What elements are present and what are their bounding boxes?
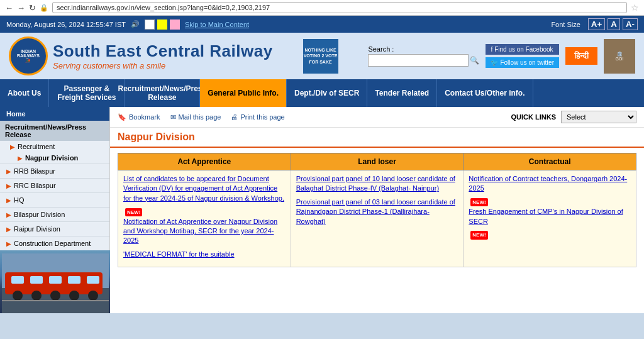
quick-links: QUICK LINKS Select (511, 111, 637, 123)
nav-contact[interactable]: Contact Us/Other info. (437, 79, 533, 107)
bookmark-icon[interactable]: ☆ (631, 3, 639, 13)
sidebar-item-rrb-bilaspur[interactable]: ▶ RRB Bilaspur (0, 164, 109, 178)
train-svg (2, 253, 109, 313)
svg-point-12 (69, 291, 79, 301)
font-medium-button[interactable]: A (608, 18, 620, 30)
quick-links-select[interactable]: Select (561, 111, 636, 123)
hindi-button[interactable]: हिन्दी (565, 47, 597, 65)
facebook-icon: f (491, 46, 492, 53)
sidebar: Home Recruitment/News/Press Release ▶ Re… (0, 107, 110, 313)
forward-button[interactable]: → (17, 3, 25, 13)
color-white[interactable] (145, 19, 155, 30)
col-act-content: List of candidates to be appeared for Do… (118, 170, 291, 267)
sidebar-item-hq[interactable]: ▶ HQ (0, 192, 109, 207)
search-input[interactable] (368, 54, 469, 67)
sidebar-item-raipur-division[interactable]: ▶ Raipur Division (0, 221, 109, 236)
print-link[interactable]: 🖨 Print this page (231, 113, 284, 121)
color-yellow[interactable] (157, 19, 167, 30)
arrow-icon-bil: ▶ (6, 211, 11, 218)
col-header-act: Act Apprentice (118, 153, 291, 170)
search-box: Search : 🔍 (368, 45, 479, 67)
new-badge-3: NEW! (470, 198, 487, 206)
twitter-button[interactable]: 🐦 Follow us on twitter (486, 57, 559, 68)
font-size-label: Font Size (551, 21, 580, 28)
sidebar-home[interactable]: Home (0, 107, 109, 121)
print-icon: 🖨 (231, 113, 238, 121)
skip-main-content-link[interactable]: Skip to Main Content (185, 21, 249, 28)
col-header-land: Land loser (291, 153, 464, 170)
breadcrumb-bar: 🔖 Bookmark ✉ Mail this page 🖨 Print this… (110, 107, 644, 128)
nav-recruitment[interactable]: Recruitment/News/Press Release (125, 79, 200, 107)
svg-point-13 (88, 291, 98, 301)
nav-general[interactable]: General Public Info. (200, 79, 287, 107)
main-layout: Home Recruitment/News/Press Release ▶ Re… (0, 107, 644, 313)
header-title: South East Central Railway Serving custo… (53, 42, 273, 70)
bookmark-link[interactable]: 🔖 Bookmark (118, 113, 160, 121)
quick-links-label: QUICK LINKS (511, 113, 557, 121)
svg-rect-8 (87, 276, 99, 284)
chevron-right-icon: ▶ (10, 143, 15, 150)
header: INDIANRAILWAYS🚂 South East Central Railw… (0, 33, 644, 79)
contract-item-2-link[interactable]: Fresh Engagement of CMP's in Nagpur Divi… (469, 207, 631, 226)
voting-text: NOTHING LIKE VOTING 2 VOTE FOR SAKE (303, 47, 338, 64)
col-header-contract: Contractual (464, 153, 636, 170)
content-area: 🔖 Bookmark ✉ Mail this page 🖨 Print this… (110, 107, 644, 313)
chevron-right-icon-2: ▶ (18, 155, 23, 162)
act-item-1-link[interactable]: List of candidates to be appeared for Do… (123, 174, 286, 203)
logo-section: INDIANRAILWAYS🚂 South East Central Railw… (9, 36, 273, 75)
mail-icon: ✉ (170, 113, 176, 121)
color-scheme-selector[interactable] (145, 19, 180, 30)
new-badge-1: NEW! (125, 208, 142, 216)
act-item-3-link[interactable]: 'MEDICAL FORMAT' for the suitable (123, 250, 286, 259)
land-item-2-link[interactable]: Provisional part panel of 03 land looser… (296, 197, 458, 226)
svg-rect-4 (11, 276, 24, 284)
emblem-image: 🏛️GOI (604, 39, 635, 74)
sidebar-item-bilaspur-division[interactable]: ▶ Bilaspur Division (0, 207, 109, 221)
url-input[interactable] (52, 2, 627, 13)
nav-tender[interactable]: Tender Related (367, 79, 437, 107)
logo-circle: INDIANRAILWAYS🚂 (9, 36, 48, 75)
col-land-content: Provisional part panel of 10 land looser… (291, 170, 464, 267)
twitter-icon: 🐦 (491, 59, 498, 66)
sidebar-item-nagpur[interactable]: ▶ Nagpur Division (0, 152, 109, 164)
voting-image: NOTHING LIKE VOTING 2 VOTE FOR SAKE (303, 39, 338, 74)
site-subtitle: Serving customers with a smile (53, 61, 273, 70)
new-badge-4: NEW! (470, 231, 487, 239)
facebook-button[interactable]: f Find us on Facebook (486, 44, 559, 55)
act-item-2-link[interactable]: Notification of Act Apprentice over Nagp… (123, 217, 286, 246)
nav-passenger[interactable]: Passenger & Freight Services (49, 79, 125, 107)
speaker-icon: 🔊 (131, 20, 140, 28)
bookmark-icon: 🔖 (118, 113, 126, 121)
font-size-controls: A+ A A- (588, 18, 638, 30)
font-large-button[interactable]: A+ (588, 18, 605, 30)
top-bar-right: Font Size A+ A A- (551, 18, 638, 30)
sidebar-section-recruitment[interactable]: Recruitment/News/Press Release (0, 121, 109, 141)
arrow-icon-rrb: ▶ (6, 168, 11, 175)
sidebar-item-recruitment[interactable]: ▶ Recruitment (0, 141, 109, 152)
mail-link[interactable]: ✉ Mail this page (170, 113, 221, 121)
refresh-button[interactable]: ↻ (29, 3, 36, 13)
arrow-icon-hq: ▶ (6, 197, 11, 204)
train-illustration (0, 250, 110, 313)
sidebar-item-rrc-bilaspur[interactable]: ▶ RRC Bilaspur (0, 178, 109, 192)
svg-rect-7 (68, 276, 80, 284)
back-button[interactable]: ← (5, 3, 13, 13)
svg-point-10 (31, 291, 42, 301)
search-button[interactable]: 🔍 (470, 56, 479, 65)
contract-item-1-link[interactable]: Notification of Contract teachers, Donga… (469, 174, 631, 194)
svg-point-9 (13, 291, 23, 301)
date-time: Monday, August 26, 2024 12:55:47 IST (6, 21, 126, 28)
land-item-1-link[interactable]: Provisional part panel of 10 land looser… (296, 174, 458, 194)
main-navigation: About Us Passenger & Freight Services Re… (0, 79, 644, 107)
color-pink[interactable] (170, 19, 180, 30)
col-contract-content: Notification of Contract teachers, Donga… (464, 170, 636, 267)
nav-about[interactable]: About Us (0, 79, 49, 107)
nav-dept[interactable]: Dept./Div of SECR (287, 79, 367, 107)
font-small-button[interactable]: A- (623, 18, 638, 30)
content-table: Act Apprentice Land loser Contractual Li… (118, 153, 636, 267)
sidebar-item-construction[interactable]: ▶ Construction Department (0, 236, 109, 250)
social-links: f Find us on Facebook 🐦 Follow us on twi… (486, 44, 559, 68)
site-title: South East Central Railway (53, 42, 273, 61)
arrow-icon-rrc: ▶ (6, 182, 11, 189)
breadcrumb-actions: 🔖 Bookmark ✉ Mail this page 🖨 Print this… (118, 113, 285, 121)
